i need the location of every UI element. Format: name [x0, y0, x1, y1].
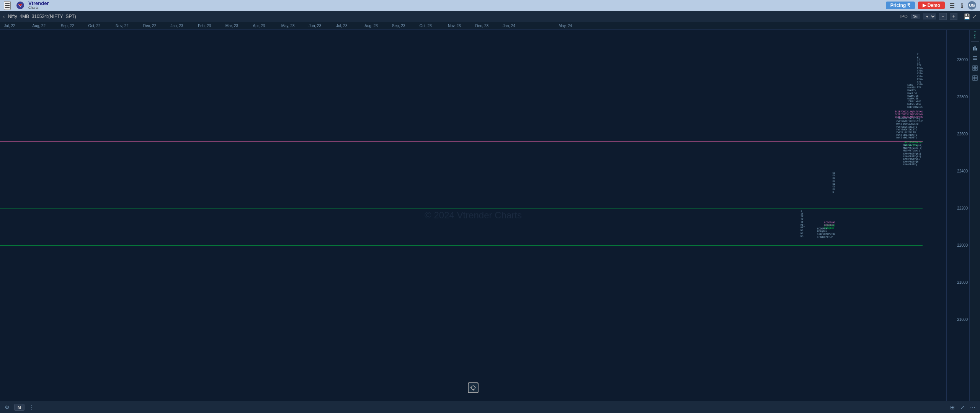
- price-label: 22800: [957, 94, 968, 99]
- date-label: Oct, 23: [420, 24, 432, 28]
- svg-rect-14: [973, 66, 975, 68]
- brand-name-bottom: Charts: [28, 6, 49, 10]
- bottom-expand-icon[interactable]: ⤢: [959, 403, 966, 411]
- crosshair-button[interactable]: [468, 382, 479, 393]
- price-axis: 2300022800226002240022200220002180021600: [946, 30, 969, 401]
- poc-line: [0, 245, 923, 246]
- zoom-in-button[interactable]: +: [950, 13, 957, 20]
- back-button[interactable]: ‹: [3, 13, 5, 20]
- svg-rect-9: [974, 46, 975, 50]
- tpo-dropdown[interactable]: ▾: [923, 13, 936, 20]
- price-label: 21800: [957, 280, 968, 284]
- sidebar-icon-grid[interactable]: [971, 64, 979, 72]
- date-label: Jul, 23: [336, 24, 347, 28]
- price-label: 22200: [957, 206, 968, 210]
- svg-rect-17: [975, 68, 977, 70]
- vtrender-logo-icon: [14, 1, 27, 10]
- timeframe-m-button[interactable]: M: [14, 404, 24, 411]
- save-icon[interactable]: 💾: [964, 13, 970, 20]
- demo-label: Demo: [928, 3, 940, 8]
- sidebar-divider: [971, 41, 979, 42]
- svg-point-3: [471, 386, 475, 390]
- pricing-button[interactable]: Pricing ₹: [886, 2, 915, 9]
- bottom-right-icons: ⊞ ⤢ ⋯: [949, 403, 977, 411]
- hamburger-menu-button[interactable]: ☰: [4, 1, 11, 10]
- right-sidebar: Live: [969, 30, 980, 401]
- chart-title: Nifty_4MB_310524:(NIFTY_SPT): [8, 14, 76, 19]
- date-label: Aug, 23: [364, 24, 377, 28]
- demo-play-icon: ▶: [923, 3, 926, 8]
- chart-toolbar: ‹ Nifty_4MB_310524:(NIFTY_SPT) TPO 16 ▾ …: [0, 11, 980, 22]
- date-axis: Jul, 22Aug, 22Sep, 22Oct, 22Nov, 22Dec, …: [0, 22, 980, 30]
- svg-rect-18: [973, 76, 977, 80]
- price-label: 22400: [957, 169, 968, 173]
- svg-rect-15: [975, 66, 977, 68]
- settings-icon[interactable]: ⚙: [3, 403, 11, 411]
- date-label: Sep, 22: [61, 24, 74, 28]
- date-label: May, 24: [559, 24, 572, 28]
- date-label: May, 23: [281, 24, 295, 28]
- chart-canvas[interactable]: © 2024 Vtrender Charts ZZZZZZZZZXYZAXYZA…: [0, 30, 946, 401]
- more-options-icon[interactable]: ⋮: [28, 403, 36, 411]
- svg-rect-16: [973, 68, 975, 70]
- sidebar-icon-table[interactable]: [971, 74, 979, 82]
- date-label: Aug, 22: [32, 24, 45, 28]
- brand-name-top: Vtrender: [28, 1, 49, 6]
- zoom-out-button[interactable]: −: [939, 13, 947, 20]
- main-area: © 2024 Vtrender Charts ZZZZZZZZZXYZAXYZA…: [0, 30, 980, 401]
- date-label: Mar, 23: [225, 24, 238, 28]
- tpo-value: 16: [911, 14, 920, 19]
- list-icon: [972, 55, 978, 61]
- date-label: Sep, 23: [392, 24, 405, 28]
- nav-right: Pricing ₹ ▶ Demo ☰ ℹ UG: [886, 1, 976, 10]
- info-icon-button[interactable]: ℹ: [959, 1, 965, 10]
- brand-logo: Vtrender Charts: [14, 1, 49, 10]
- list-icon-button[interactable]: ☰: [948, 1, 956, 10]
- date-label: Apr, 23: [253, 24, 265, 28]
- sidebar-icon-chart[interactable]: [971, 44, 979, 52]
- svg-rect-8: [973, 47, 974, 50]
- grid-icon: [972, 65, 978, 71]
- bottom-grid-icon[interactable]: ⊞: [949, 403, 956, 411]
- crosshair-icon-svg: [470, 385, 476, 391]
- date-label: Dec, 22: [143, 24, 156, 28]
- date-label: Jul, 22: [4, 24, 15, 28]
- vah-line: [0, 141, 923, 141]
- user-avatar[interactable]: UG: [968, 1, 976, 10]
- top-navbar: ☰ Vtrender Charts Pricing ₹ ▶ Demo ☰ ℹ U…: [0, 0, 980, 11]
- date-label: Nov, 23: [448, 24, 461, 28]
- table-icon: [972, 75, 978, 81]
- nav-left: ☰ Vtrender Charts: [4, 1, 49, 10]
- bottom-toolbar: ⚙ M ⋮ ⊞ ⤢ ⋯: [0, 401, 980, 413]
- chart-right-icons: 💾 ⤢: [964, 13, 977, 20]
- date-label: Feb, 23: [198, 24, 211, 28]
- date-label: Jan, 23: [170, 24, 183, 28]
- price-label: 23000: [957, 57, 968, 62]
- price-label: 22600: [957, 132, 968, 136]
- date-label: Nov, 22: [116, 24, 129, 28]
- date-label: Jun, 23: [309, 24, 321, 28]
- date-label: Oct, 22: [88, 24, 100, 28]
- svg-rect-10: [976, 48, 977, 50]
- demo-button[interactable]: ▶ Demo: [918, 2, 945, 9]
- sidebar-icon-list[interactable]: [971, 54, 979, 62]
- price-label: 22000: [957, 243, 968, 247]
- live-badge: Live: [973, 31, 977, 39]
- tpo-label: TPO: [899, 14, 908, 19]
- price-label: 21600: [957, 317, 968, 321]
- bottom-more-icon[interactable]: ⋯: [969, 403, 977, 411]
- chart-type-icon: [972, 46, 978, 51]
- val-line: [0, 208, 923, 208]
- brand-name: Vtrender Charts: [28, 1, 49, 10]
- copyright-watermark: © 2024 Vtrender Charts: [425, 210, 522, 221]
- date-label: Jan, 24: [503, 24, 515, 28]
- date-label: Dec, 23: [475, 24, 488, 28]
- fullscreen-icon[interactable]: ⤢: [972, 13, 977, 20]
